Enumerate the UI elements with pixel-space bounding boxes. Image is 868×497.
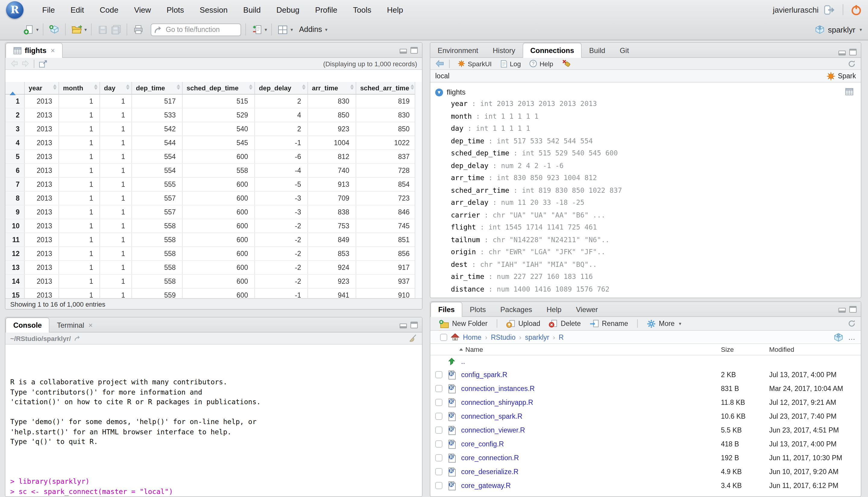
- field-row[interactable]: air_time : num 227 227 160 183 116: [451, 272, 856, 285]
- breadcrumb-link[interactable]: sparklyr: [525, 333, 549, 341]
- menu-item[interactable]: Edit: [63, 3, 92, 17]
- forward-icon[interactable]: [21, 60, 29, 68]
- breadcrumb-link[interactable]: R: [559, 333, 564, 341]
- file-checkbox[interactable]: [435, 371, 443, 378]
- pane-tab[interactable]: History: [486, 43, 522, 58]
- column-header-name[interactable]: Name: [430, 346, 483, 353]
- file-checkbox[interactable]: [435, 426, 443, 434]
- pane-tab[interactable]: Plots: [463, 302, 493, 317]
- file-row[interactable]: R config_spark.R 2 KB Jul 13, 2017, 4:00…: [430, 368, 861, 381]
- upload-button[interactable]: Upload: [503, 318, 544, 329]
- file-checkbox[interactable]: [435, 385, 443, 392]
- refresh-button[interactable]: [848, 319, 856, 328]
- pane-tab[interactable]: Environment: [430, 43, 486, 58]
- sort-arrows-icon[interactable]: [94, 84, 97, 90]
- field-row[interactable]: sched_dep_time : int 515 529 540 545 600: [451, 149, 856, 161]
- version-control-dropdown[interactable]: ▾: [265, 27, 267, 32]
- file-row[interactable]: R core_deserialize.R 4.9 KB Jun 10, 2017…: [430, 465, 861, 478]
- open-in-new-window-icon[interactable]: [39, 59, 47, 68]
- pane-tab[interactable]: Help: [540, 302, 569, 317]
- pane-tab[interactable]: Files: [430, 302, 463, 317]
- refresh-button[interactable]: [848, 59, 856, 68]
- parent-directory-link[interactable]: ..: [461, 358, 465, 365]
- back-icon[interactable]: [10, 60, 19, 68]
- field-row[interactable]: flight : int 1545 1714 1141 725 461: [451, 223, 856, 235]
- maximize-button[interactable]: [849, 49, 856, 55]
- minimize-button[interactable]: [839, 308, 846, 313]
- more-button[interactable]: More ▾: [643, 318, 685, 329]
- workspace-panes-dropdown[interactable]: ▾: [291, 27, 293, 32]
- tab-flights[interactable]: flights ×: [5, 43, 63, 58]
- sort-arrows-icon[interactable]: [126, 84, 129, 90]
- file-name-link[interactable]: core_gateway.R: [461, 482, 511, 489]
- quit-session-icon[interactable]: [851, 4, 862, 15]
- save-all-button[interactable]: [109, 22, 122, 37]
- pane-tab[interactable]: Packages: [493, 302, 539, 317]
- file-name-link[interactable]: core_deserialize.R: [461, 468, 519, 475]
- file-checkbox[interactable]: [435, 454, 443, 461]
- column-header-size[interactable]: Size: [721, 346, 734, 353]
- menu-item[interactable]: Profile: [307, 3, 346, 17]
- close-tab-icon[interactable]: ×: [51, 46, 55, 55]
- pane-tab[interactable]: Connections: [522, 43, 582, 58]
- menu-item[interactable]: Debug: [268, 3, 307, 17]
- file-row[interactable]: R connection_viewer.R 5.5 KB Jun 23, 201…: [430, 423, 861, 437]
- field-row[interactable]: dest : chr "IAH" "IAH" "MIA" "BQ"..: [451, 260, 856, 272]
- field-row[interactable]: tailnum : chr "N14228" "N24211" "N6"..: [451, 235, 856, 247]
- field-row[interactable]: hour : num 5 5 5 5 6: [451, 297, 856, 298]
- pane-tab[interactable]: Git: [613, 43, 636, 58]
- field-row[interactable]: dep_delay : num 2 4 2 -1 -6: [451, 161, 856, 173]
- column-header[interactable]: sched_dep_time: [182, 82, 254, 94]
- file-name-link[interactable]: connection_viewer.R: [461, 426, 525, 434]
- menu-item[interactable]: Plots: [159, 3, 192, 17]
- back-icon[interactable]: [435, 60, 444, 68]
- field-row[interactable]: distance : num 1400 1416 1089 1576 762: [451, 285, 856, 297]
- select-all-checkbox[interactable]: [440, 333, 447, 341]
- menu-item[interactable]: Code: [92, 3, 126, 17]
- more-columns-button[interactable]: …: [848, 333, 856, 341]
- open-file-dropdown[interactable]: ▾: [84, 27, 87, 32]
- file-row[interactable]: R connection_instances.R 831 B Mar 24, 2…: [430, 381, 861, 395]
- menu-item[interactable]: Help: [379, 3, 411, 17]
- menu-item[interactable]: View: [126, 3, 159, 17]
- project-selector[interactable]: R sparklyr ▾: [815, 25, 862, 34]
- sort-arrows-icon[interactable]: [302, 84, 305, 90]
- view-table-icon[interactable]: [845, 88, 854, 96]
- rename-button[interactable]: Rename: [586, 318, 632, 329]
- maximize-button[interactable]: [849, 306, 856, 313]
- field-row[interactable]: month : int 1 1 1 1 1: [451, 112, 856, 124]
- tab-console[interactable]: Console: [5, 317, 50, 332]
- file-row[interactable]: R connection_shinyapp.R 11.8 KB Jul 12, …: [430, 395, 861, 409]
- new-project-button[interactable]: [47, 22, 61, 37]
- field-row[interactable]: carrier : chr "UA" "UA" "AA" "B6" ...: [451, 211, 856, 223]
- tree-node-flights[interactable]: ▼ flights: [435, 86, 856, 98]
- file-checkbox[interactable]: [435, 398, 443, 406]
- column-header[interactable]: dep_delay: [254, 82, 307, 94]
- breadcrumb-link[interactable]: RStudio: [491, 333, 516, 341]
- file-row[interactable]: R core_connection.R 192 B Jun 11, 2017, …: [430, 451, 861, 465]
- print-button[interactable]: [131, 22, 145, 37]
- sort-arrows-icon[interactable]: [410, 84, 414, 90]
- file-checkbox[interactable]: [435, 412, 443, 420]
- menu-item[interactable]: Build: [235, 3, 268, 17]
- sort-arrows-icon[interactable]: [176, 84, 180, 90]
- parent-directory-row[interactable]: ..: [430, 355, 861, 368]
- file-name-link[interactable]: connection_shinyapp.R: [461, 398, 533, 406]
- pane-tab[interactable]: Viewer: [569, 302, 605, 317]
- column-header[interactable]: arr_time: [307, 82, 356, 94]
- file-name-link[interactable]: core_connection.R: [461, 454, 519, 461]
- sort-arrows-icon[interactable]: [249, 84, 252, 90]
- disconnect-button[interactable]: [559, 58, 574, 69]
- file-checkbox[interactable]: [435, 440, 443, 447]
- new-file-dropdown[interactable]: ▾: [36, 27, 39, 32]
- column-header[interactable]: day: [99, 82, 131, 94]
- goto-directory-icon[interactable]: [74, 335, 82, 342]
- connection-header[interactable]: local Spark: [430, 70, 861, 83]
- column-header-modified[interactable]: Modified: [769, 346, 794, 353]
- addins-menu[interactable]: Addins ▾: [299, 25, 327, 34]
- column-header[interactable]: dep_time: [131, 82, 182, 94]
- vertical-scrollbar[interactable]: [415, 82, 422, 298]
- log-button[interactable]: Log: [497, 58, 524, 69]
- file-name-link[interactable]: core_config.R: [461, 440, 504, 447]
- sign-out-icon[interactable]: [823, 4, 836, 15]
